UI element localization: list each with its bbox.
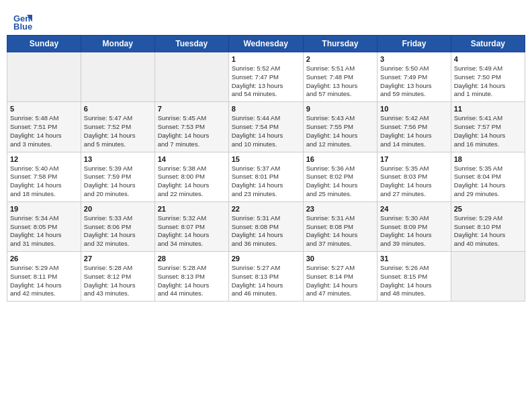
weekday-header-thursday: Thursday bbox=[303, 36, 377, 52]
day-info: Sunrise: 5:34 AM Sunset: 8:05 PM Dayligh… bbox=[10, 214, 78, 248]
day-info: Sunrise: 5:35 AM Sunset: 8:03 PM Dayligh… bbox=[380, 165, 448, 199]
day-number: 2 bbox=[306, 55, 374, 63]
calendar-cell: 8Sunrise: 5:44 AM Sunset: 7:54 PM Daylig… bbox=[228, 102, 303, 152]
weekday-header-friday: Friday bbox=[378, 36, 451, 52]
day-info: Sunrise: 5:27 AM Sunset: 8:14 PM Dayligh… bbox=[306, 264, 374, 298]
calendar-week-1: 1Sunrise: 5:52 AM Sunset: 7:47 PM Daylig… bbox=[7, 52, 525, 102]
calendar-cell: 21Sunrise: 5:32 AM Sunset: 8:07 PM Dayli… bbox=[154, 201, 228, 251]
day-info: Sunrise: 5:29 AM Sunset: 8:10 PM Dayligh… bbox=[454, 214, 522, 248]
calendar-week-2: 5Sunrise: 5:48 AM Sunset: 7:51 PM Daylig… bbox=[7, 102, 525, 152]
calendar-cell: 14Sunrise: 5:38 AM Sunset: 8:00 PM Dayli… bbox=[154, 152, 228, 201]
day-info: Sunrise: 5:43 AM Sunset: 7:55 PM Dayligh… bbox=[306, 114, 374, 148]
day-number: 19 bbox=[10, 205, 78, 213]
weekday-header-sunday: Sunday bbox=[7, 36, 81, 52]
calendar-cell: 26Sunrise: 5:29 AM Sunset: 8:11 PM Dayli… bbox=[7, 252, 81, 302]
calendar-cell: 1Sunrise: 5:52 AM Sunset: 7:47 PM Daylig… bbox=[228, 52, 303, 102]
day-number: 24 bbox=[380, 205, 448, 213]
day-info: Sunrise: 5:42 AM Sunset: 7:56 PM Dayligh… bbox=[380, 114, 448, 148]
calendar-cell: 23Sunrise: 5:31 AM Sunset: 8:08 PM Dayli… bbox=[303, 201, 377, 251]
day-number: 1 bbox=[232, 55, 300, 63]
calendar-cell: 18Sunrise: 5:35 AM Sunset: 8:04 PM Dayli… bbox=[451, 152, 525, 201]
calendar-week-5: 26Sunrise: 5:29 AM Sunset: 8:11 PM Dayli… bbox=[7, 252, 525, 302]
day-number: 26 bbox=[10, 255, 78, 263]
calendar-cell: 31Sunrise: 5:26 AM Sunset: 8:15 PM Dayli… bbox=[378, 252, 451, 302]
calendar-cell: 6Sunrise: 5:47 AM Sunset: 7:52 PM Daylig… bbox=[81, 102, 154, 152]
day-info: Sunrise: 5:52 AM Sunset: 7:47 PM Dayligh… bbox=[232, 64, 300, 99]
calendar-cell bbox=[451, 252, 525, 302]
weekday-header-saturday: Saturday bbox=[451, 36, 525, 52]
calendar-table: SundayMondayTuesdayWednesdayThursdayFrid… bbox=[7, 35, 525, 302]
day-number: 20 bbox=[84, 205, 152, 213]
calendar-cell bbox=[81, 52, 154, 102]
day-info: Sunrise: 5:40 AM Sunset: 7:58 PM Dayligh… bbox=[10, 165, 78, 199]
day-number: 29 bbox=[232, 255, 300, 263]
calendar-cell: 4Sunrise: 5:49 AM Sunset: 7:50 PM Daylig… bbox=[451, 52, 525, 102]
day-number: 3 bbox=[380, 55, 448, 63]
day-number: 7 bbox=[158, 105, 226, 113]
day-info: Sunrise: 5:31 AM Sunset: 8:08 PM Dayligh… bbox=[232, 214, 300, 248]
day-info: Sunrise: 5:27 AM Sunset: 8:13 PM Dayligh… bbox=[232, 264, 300, 298]
day-number: 13 bbox=[84, 155, 152, 163]
day-info: Sunrise: 5:48 AM Sunset: 7:51 PM Dayligh… bbox=[10, 114, 78, 148]
calendar-cell: 12Sunrise: 5:40 AM Sunset: 7:58 PM Dayli… bbox=[7, 152, 81, 201]
weekday-header-tuesday: Tuesday bbox=[154, 36, 228, 52]
day-info: Sunrise: 5:31 AM Sunset: 8:08 PM Dayligh… bbox=[306, 214, 374, 248]
day-number: 6 bbox=[84, 105, 152, 113]
calendar-cell: 15Sunrise: 5:37 AM Sunset: 8:01 PM Dayli… bbox=[228, 152, 303, 201]
calendar-cell: 2Sunrise: 5:51 AM Sunset: 7:48 PM Daylig… bbox=[303, 52, 377, 102]
day-info: Sunrise: 5:29 AM Sunset: 8:11 PM Dayligh… bbox=[10, 264, 78, 298]
day-number: 14 bbox=[158, 155, 226, 163]
calendar-cell: 7Sunrise: 5:45 AM Sunset: 7:53 PM Daylig… bbox=[154, 102, 228, 152]
calendar-cell: 11Sunrise: 5:41 AM Sunset: 7:57 PM Dayli… bbox=[451, 102, 525, 152]
day-info: Sunrise: 5:50 AM Sunset: 7:49 PM Dayligh… bbox=[380, 64, 448, 99]
day-number: 22 bbox=[232, 205, 300, 213]
day-info: Sunrise: 5:47 AM Sunset: 7:52 PM Dayligh… bbox=[84, 114, 152, 148]
day-number: 23 bbox=[306, 205, 374, 213]
day-number: 18 bbox=[454, 155, 522, 163]
day-info: Sunrise: 5:51 AM Sunset: 7:48 PM Dayligh… bbox=[306, 64, 374, 99]
day-number: 28 bbox=[158, 255, 226, 263]
day-info: Sunrise: 5:28 AM Sunset: 8:13 PM Dayligh… bbox=[158, 264, 226, 298]
day-info: Sunrise: 5:39 AM Sunset: 7:59 PM Dayligh… bbox=[84, 165, 152, 199]
day-number: 4 bbox=[454, 55, 522, 63]
calendar-cell: 20Sunrise: 5:33 AM Sunset: 8:06 PM Dayli… bbox=[81, 201, 154, 251]
day-number: 17 bbox=[380, 155, 448, 163]
day-number: 16 bbox=[306, 155, 374, 163]
weekday-header-row: SundayMondayTuesdayWednesdayThursdayFrid… bbox=[7, 36, 525, 52]
day-info: Sunrise: 5:36 AM Sunset: 8:02 PM Dayligh… bbox=[306, 165, 374, 199]
calendar-cell: 3Sunrise: 5:50 AM Sunset: 7:49 PM Daylig… bbox=[378, 52, 451, 102]
logo: General Blue bbox=[13, 12, 35, 31]
day-number: 30 bbox=[306, 255, 374, 263]
day-info: Sunrise: 5:37 AM Sunset: 8:01 PM Dayligh… bbox=[232, 165, 300, 199]
day-number: 12 bbox=[10, 155, 78, 163]
calendar-week-3: 12Sunrise: 5:40 AM Sunset: 7:58 PM Dayli… bbox=[7, 152, 525, 201]
day-number: 25 bbox=[454, 205, 522, 213]
calendar-cell: 29Sunrise: 5:27 AM Sunset: 8:13 PM Dayli… bbox=[228, 252, 303, 302]
day-info: Sunrise: 5:44 AM Sunset: 7:54 PM Dayligh… bbox=[232, 114, 300, 148]
calendar-cell: 16Sunrise: 5:36 AM Sunset: 8:02 PM Dayli… bbox=[303, 152, 377, 201]
day-number: 9 bbox=[306, 105, 374, 113]
calendar-cell: 25Sunrise: 5:29 AM Sunset: 8:10 PM Dayli… bbox=[451, 201, 525, 251]
calendar-cell: 27Sunrise: 5:28 AM Sunset: 8:12 PM Dayli… bbox=[81, 252, 154, 302]
calendar-cell: 28Sunrise: 5:28 AM Sunset: 8:13 PM Dayli… bbox=[154, 252, 228, 302]
weekday-header-monday: Monday bbox=[81, 36, 154, 52]
day-info: Sunrise: 5:33 AM Sunset: 8:06 PM Dayligh… bbox=[84, 214, 152, 248]
day-info: Sunrise: 5:28 AM Sunset: 8:12 PM Dayligh… bbox=[84, 264, 152, 298]
day-info: Sunrise: 5:38 AM Sunset: 8:00 PM Dayligh… bbox=[158, 165, 226, 199]
day-info: Sunrise: 5:26 AM Sunset: 8:15 PM Dayligh… bbox=[380, 264, 448, 298]
day-number: 21 bbox=[158, 205, 226, 213]
calendar-cell: 30Sunrise: 5:27 AM Sunset: 8:14 PM Dayli… bbox=[303, 252, 377, 302]
day-info: Sunrise: 5:41 AM Sunset: 7:57 PM Dayligh… bbox=[454, 114, 522, 148]
day-number: 31 bbox=[380, 255, 448, 263]
calendar-cell: 5Sunrise: 5:48 AM Sunset: 7:51 PM Daylig… bbox=[7, 102, 81, 152]
calendar-cell: 19Sunrise: 5:34 AM Sunset: 8:05 PM Dayli… bbox=[7, 201, 81, 251]
svg-text:Blue: Blue bbox=[13, 21, 32, 31]
calendar-cell: 9Sunrise: 5:43 AM Sunset: 7:55 PM Daylig… bbox=[303, 102, 377, 152]
page-header: General Blue bbox=[7, 7, 525, 35]
calendar-cell: 24Sunrise: 5:30 AM Sunset: 8:09 PM Dayli… bbox=[378, 201, 451, 251]
day-number: 11 bbox=[454, 105, 522, 113]
day-number: 5 bbox=[10, 105, 78, 113]
day-info: Sunrise: 5:49 AM Sunset: 7:50 PM Dayligh… bbox=[454, 64, 522, 99]
calendar-cell bbox=[154, 52, 228, 102]
weekday-header-wednesday: Wednesday bbox=[228, 36, 303, 52]
